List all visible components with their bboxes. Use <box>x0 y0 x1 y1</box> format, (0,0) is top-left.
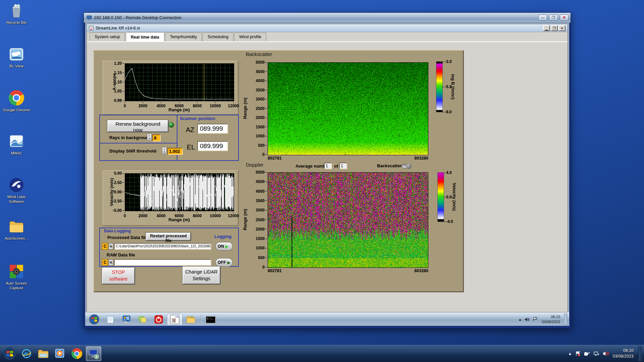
host-show-desktop-button[interactable] <box>638 346 642 361</box>
background-controls-box: Renew background now Rays in background … <box>99 115 239 161</box>
y-tick: 3000 <box>256 208 267 213</box>
ascope-plot[interactable] <box>125 63 234 101</box>
processed-path-field[interactable]: C:\Lidar\Data\Proc\2023\202308\20230803\… <box>114 243 211 250</box>
backscatter-heatmap[interactable] <box>268 62 428 155</box>
y-tick: 1.05 <box>114 89 124 94</box>
host-taskbar-internet-explorer[interactable]: e <box>19 346 34 361</box>
app-titlebar[interactable]: StreamLine XR v14-6.vi ▁ ❐ ✕ <box>87 24 568 32</box>
remote-taskbar-power-app[interactable] <box>151 314 166 325</box>
desktop-icon-recycle-bin[interactable]: Recycle Bin <box>2 3 31 25</box>
host-taskbar-media-player[interactable] <box>52 346 68 361</box>
app-close-button[interactable]: ✕ <box>558 25 566 31</box>
host-clock[interactable]: 06:10 03/08/2023 <box>612 348 634 359</box>
average-count-value[interactable]: 1 <box>339 163 347 169</box>
tab-temp-humidity[interactable]: Temp/humidity <box>165 33 202 41</box>
change-lidar-settings-button[interactable]: Change LiDAR Settings <box>182 266 220 284</box>
velocity-xticks: 020004000600080001000012000 <box>125 212 233 217</box>
rdp-restore-button[interactable]: ❐ <box>549 14 558 20</box>
desktop-icon-label: BL-View <box>2 64 31 68</box>
remote-taskbar-streamline-xr[interactable]: XR <box>167 314 182 325</box>
processed-logging-toggle[interactable]: ON▶ <box>215 242 233 251</box>
desktop-icon-wind-lidar[interactable]: Wind Lidar Software <box>2 177 31 204</box>
host-network-icon[interactable] <box>593 351 599 356</box>
host-taskbar-remote-desktop[interactable] <box>86 346 101 361</box>
y-tick: -5.00 <box>113 208 124 213</box>
doppler-colorbar: 4.00.0-4.0 <box>437 172 444 222</box>
y-tick: 2.50 <box>114 180 124 185</box>
remote-show-desktop-button[interactable] <box>564 314 567 325</box>
renew-background-button[interactable]: Renew background now <box>107 120 168 132</box>
rays-value[interactable]: 8 <box>152 134 161 141</box>
remote-taskbar-command-prompt[interactable]: C:\_ <box>203 314 218 325</box>
desktop-icon-auto-screen-capture[interactable]: Auto Screen Capture <box>2 263 31 291</box>
doppler-heatmap[interactable] <box>268 172 428 268</box>
backscatter-toggle-switch[interactable] <box>401 164 412 168</box>
tab-real-time-data[interactable]: Real time data <box>126 32 164 42</box>
svg-text:e: e <box>24 350 28 357</box>
el-label: EL <box>187 143 195 151</box>
tab-system-setup[interactable]: System setup <box>90 33 125 41</box>
host-battery-icon[interactable] <box>584 351 590 356</box>
desktop-icon-mw41[interactable]: MW41 <box>2 133 31 156</box>
host-clock-date: 03/08/2023 <box>612 354 634 359</box>
svg-text:XR: XR <box>175 315 179 318</box>
desktop-icon-google-chrome[interactable]: Google Chrome <box>2 90 31 112</box>
remote-action-center-flag-icon[interactable] <box>533 317 538 322</box>
drive-letter[interactable]: C <box>102 243 108 250</box>
y-tick: 4000 <box>256 189 267 194</box>
host-tray-expand-icon[interactable]: ▲ <box>568 351 572 356</box>
app-minimize-button[interactable]: ▁ <box>543 25 550 31</box>
desktop-icon-autoscreen-folder[interactable]: AutoScreen... <box>2 219 31 241</box>
logging-label: Logging <box>214 234 231 239</box>
host-start-button[interactable] <box>2 346 17 361</box>
rdp-minimize-button[interactable]: — <box>538 14 547 20</box>
rays-spinner[interactable]: ▲▼ <box>147 134 152 141</box>
snr-value[interactable]: 1.002 <box>167 148 183 155</box>
raw-path-row: C <box>102 259 211 266</box>
desktop-icon-label: Wind Lidar Software <box>2 194 31 204</box>
snr-spinner[interactable]: ▲▼ <box>162 147 167 154</box>
backscatter-yticks: 5000450040003500300025002000150010005000 <box>248 62 267 155</box>
remote-clock[interactable]: 06:10 03/08/2023 <box>542 314 560 324</box>
host-clock-time: 06:10 <box>612 348 634 354</box>
remote-taskbar-display-settings[interactable] <box>119 314 134 325</box>
remote-taskbar-sticky-notes[interactable] <box>135 314 150 325</box>
rdp-close-button[interactable]: ✕ <box>560 14 569 20</box>
restart-processed-file-button[interactable]: Restart processed file <box>146 233 191 241</box>
browse-path-icon[interactable] <box>109 243 113 249</box>
el-value[interactable]: 089.999 <box>197 141 228 151</box>
velocity-plot[interactable] <box>125 173 234 211</box>
desktop-icon-bl-view[interactable]: BL-View <box>2 46 31 68</box>
remote-start-button[interactable] <box>87 314 102 325</box>
remote-taskbar-notepad[interactable] <box>103 314 118 325</box>
tab-wind-profile[interactable]: Wind profile <box>234 33 266 41</box>
browse-path-icon[interactable] <box>109 259 113 265</box>
y-tick: 1.20 <box>114 61 124 66</box>
backscatter-x-start: 802781 <box>268 156 282 161</box>
colorbar-tick: -8.0 <box>442 110 452 114</box>
host-action-center-flag-icon[interactable] <box>575 351 581 356</box>
stop-software-button[interactable]: STOP software <box>102 267 135 284</box>
az-value[interactable]: 089.999 <box>197 124 228 134</box>
host-speaker-muted-icon[interactable] <box>603 351 609 356</box>
ascope-xticks: 020004000600080001000012000 <box>125 102 233 107</box>
y-tick: 1000 <box>256 134 267 138</box>
raw-logging-toggle[interactable]: OFF▶ <box>215 258 233 267</box>
rdp-titlebar[interactable]: 192.168.0.150 - Remote Desktop Connectio… <box>84 13 571 23</box>
tab-scheduling[interactable]: Scheduling <box>203 33 233 41</box>
remote-taskbar-explorer[interactable] <box>183 314 199 325</box>
host-taskbar-explorer[interactable] <box>36 346 51 361</box>
app-maximize-button[interactable]: ❐ <box>551 25 558 31</box>
y-tick: 4500 <box>256 179 267 184</box>
drive-letter[interactable]: C <box>102 259 108 266</box>
remote-tray-expand-icon[interactable]: ▲ <box>518 317 522 321</box>
tab-strip: System setupReal time dataTemp/humidityS… <box>87 32 568 42</box>
start-orb-icon <box>3 347 16 360</box>
rdp-computer-icon <box>87 15 92 20</box>
recycle-bin-icon <box>8 3 24 19</box>
remote-speaker-icon[interactable] <box>525 317 530 322</box>
app-title: StreamLine XR v14-6.vi <box>96 26 140 31</box>
average-number-value[interactable]: 1 <box>324 163 332 169</box>
raw-path-field[interactable] <box>114 259 211 266</box>
host-taskbar-chrome[interactable] <box>69 346 85 361</box>
